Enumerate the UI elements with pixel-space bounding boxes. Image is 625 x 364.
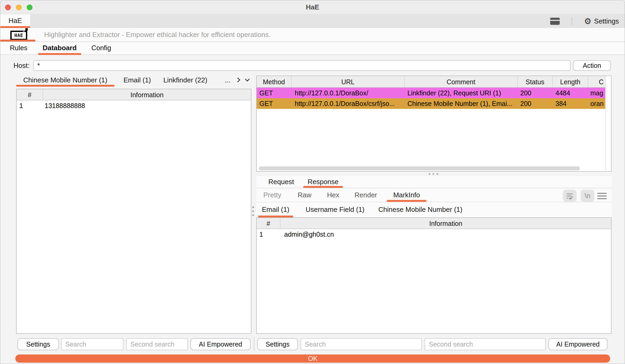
right-settings-button[interactable]: Settings — [257, 338, 298, 350]
action-button[interactable]: Action — [573, 60, 611, 71]
tab-hae[interactable]: HaE — [0, 14, 30, 28]
row-information: 13188888888 — [43, 100, 251, 111]
vertical-splitter-handle[interactable] — [252, 204, 254, 218]
app-window: HaE HaE ⚙ Settings HAE Highlighter and E… — [0, 0, 625, 364]
tab-request[interactable]: Request — [262, 176, 300, 188]
banner-subtitle: Highlighter and Extractor - Empower ethi… — [44, 28, 271, 41]
viewer-menu-icon[interactable] — [597, 191, 607, 201]
tab-scroll-right-icon[interactable] — [236, 78, 240, 83]
tab-linkfinder[interactable]: Linkfinder (22) — [160, 74, 210, 87]
column-header-comment[interactable]: Comment — [405, 76, 518, 87]
request-row-2[interactable]: GET http://127.0.0.1/DoraBox/csrf/jso...… — [257, 98, 611, 109]
tab-list-dropdown-icon[interactable] — [246, 77, 249, 82]
column-header-status[interactable]: Status — [518, 76, 553, 87]
vertical-scrollbar[interactable] — [605, 76, 611, 171]
cell-url: http://127.0.0.1/DoraBox/csrf/jso... — [292, 98, 405, 109]
section-tab-bar: Rules Databoard Config — [0, 42, 625, 55]
column-header-information[interactable]: Information — [281, 218, 611, 228]
toolbar-divider — [572, 17, 572, 25]
newline-toggle-icon[interactable]: \n — [581, 190, 594, 202]
cell-method: GET — [257, 88, 292, 98]
column-header-url[interactable]: URL — [292, 76, 405, 87]
request-row-1[interactable]: GET http://127.0.0.1/DoraBox/ Linkfinder… — [257, 88, 611, 98]
right-second-search-input[interactable] — [425, 338, 546, 350]
row-information: admin@gh0st.cn — [281, 229, 611, 240]
cell-color: oran — [588, 98, 606, 109]
row-num: 1 — [257, 229, 281, 240]
tab-databoard-active-underline — [38, 53, 81, 55]
row-num: 1 — [17, 100, 43, 111]
column-header-length[interactable]: Length — [553, 76, 588, 87]
hae-logo-text: HAE — [14, 33, 23, 38]
column-header-method[interactable]: Method — [257, 76, 292, 87]
tab-render[interactable]: Render — [355, 188, 378, 202]
cell-comment: Chinese Mobile Number (1), Emai... — [405, 98, 518, 109]
layout-icon[interactable] — [550, 18, 560, 25]
tab-response[interactable]: Response — [303, 176, 343, 188]
banner: HAE Highlighter and Extractor - Empower … — [0, 28, 625, 42]
table-row[interactable]: 1 admin@gh0st.cn — [257, 229, 611, 240]
tab-databoard[interactable]: Databoard — [38, 42, 81, 55]
right-ai-empowered-button[interactable]: AI Empowered — [548, 338, 608, 350]
tab-config[interactable]: Config — [85, 42, 117, 55]
column-header-color[interactable]: C — [588, 76, 606, 87]
table-row[interactable]: 1 13188888888 — [17, 100, 251, 111]
tab-raw[interactable]: Raw — [298, 188, 311, 202]
tab-markinfo-label: MarkInfo — [393, 191, 420, 199]
left-settings-button[interactable]: Settings — [17, 338, 59, 350]
tab-rules[interactable]: Rules — [3, 42, 34, 55]
cell-method: GET — [257, 98, 292, 109]
view-mode-tab-bar: Pretty Raw Hex Render MarkInfo \n — [256, 188, 612, 202]
cell-status: 200 — [518, 88, 553, 98]
cell-length: 384 — [553, 98, 588, 109]
requests-table: Method URL Comment Status Length C GET h… — [256, 76, 612, 172]
main-tab-strip: HaE ⚙ Settings — [0, 14, 625, 28]
tab-email[interactable]: Email (1) — [123, 74, 152, 87]
extractor-result-table: # Information 1 13188888888 — [16, 89, 251, 334]
left-second-search-input[interactable] — [126, 338, 188, 350]
tab-overflow-ellipsis[interactable]: ... — [222, 74, 233, 87]
column-header-num[interactable]: # — [257, 218, 281, 228]
titlebar: HaE — [0, 0, 625, 14]
cell-length: 4484 — [553, 88, 588, 98]
markinfo-email-active-underline — [258, 216, 293, 217]
tab-hae-active-underline — [0, 26, 30, 28]
banner-active-underline — [0, 40, 35, 41]
hae-logo-antenna-2 — [23, 30, 25, 32]
right-search-input[interactable] — [301, 338, 422, 350]
tab-hae-label: HaE — [8, 17, 22, 25]
horizontal-scrollbar-thumb[interactable] — [259, 166, 580, 170]
left-search-input[interactable] — [61, 338, 123, 350]
tab-markinfo[interactable]: MarkInfo — [387, 188, 426, 202]
ok-button[interactable]: OK — [15, 354, 610, 363]
tab-response-label: Response — [307, 178, 338, 186]
word-wrap-toggle-icon[interactable] — [563, 190, 577, 202]
hae-logo-icon: HAE — [10, 31, 27, 40]
cell-url: http://127.0.0.1/DoraBox/ — [292, 88, 405, 98]
column-header-num[interactable]: # — [17, 89, 43, 100]
markinfo-tab-bar: Email (1) Username Field (1) Chinese Mob… — [256, 202, 612, 217]
tab-pretty[interactable]: Pretty — [263, 188, 282, 202]
tab-markinfo-email[interactable]: Email (1) — [258, 202, 293, 217]
gear-icon[interactable]: ⚙ — [584, 16, 591, 26]
left-ai-empowered-button[interactable]: AI Empowered — [190, 338, 251, 350]
tab-markinfo-username-field[interactable]: Username Field (1) — [306, 202, 363, 217]
response-active-underline — [303, 186, 343, 188]
markinfo-active-underline — [387, 200, 426, 202]
message-tab-bar: Request Response — [256, 176, 612, 188]
tab-chinese-mobile-number-label: Chinese Mobile Number (1) — [23, 76, 107, 84]
settings-button[interactable]: Settings — [594, 17, 619, 25]
tab-hex[interactable]: Hex — [327, 188, 339, 202]
host-input[interactable] — [33, 60, 571, 71]
tab-markinfo-email-label: Email (1) — [262, 206, 289, 213]
cell-comment: Linkfinder (22), Request URI (1) — [405, 88, 518, 98]
hae-logo-antenna — [25, 28, 28, 31]
window-title: HaE — [0, 0, 625, 14]
markinfo-result-table: # Information 1 admin@gh0st.cn — [256, 217, 612, 334]
column-header-information[interactable]: Information — [43, 89, 251, 100]
extractor-tab-bar: Chinese Mobile Number (1) Email (1) Link… — [16, 74, 251, 87]
tab-markinfo-chinese-mobile-number[interactable]: Chinese Mobile Number (1) — [378, 202, 461, 217]
tab-chinese-mobile-number[interactable]: Chinese Mobile Number (1) — [16, 74, 114, 87]
footer-divider — [254, 337, 254, 351]
horizontal-splitter-handle[interactable] — [428, 173, 439, 175]
